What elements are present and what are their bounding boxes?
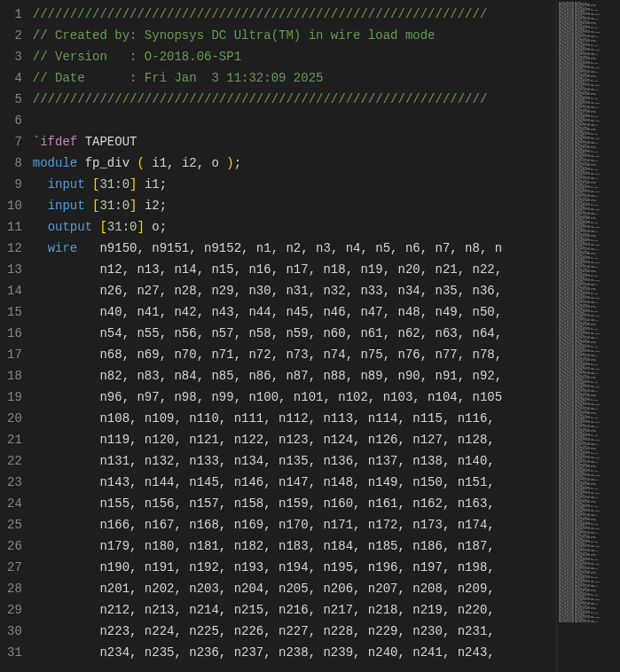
code-line[interactable]: n223, n224, n225, n226, n227, n228, n229… [33, 621, 556, 642]
line-number: 9 [7, 174, 22, 195]
line-number: 1 [7, 4, 22, 25]
minimap[interactable] [556, 0, 620, 672]
line-number: 12 [7, 238, 22, 259]
code-line[interactable]: // Date : Fri Jan 3 11:32:09 2025 [33, 67, 556, 89]
line-number: 11 [7, 216, 22, 238]
line-number: 30 [7, 621, 22, 642]
code-line[interactable]: n143, n144, n145, n146, n147, n148, n149… [33, 472, 556, 493]
code-line[interactable]: n26, n27, n28, n29, n30, n31, n32, n33, … [33, 280, 556, 301]
line-number: 2 [7, 25, 22, 46]
line-number: 14 [7, 280, 22, 301]
code-line[interactable]: n179, n180, n181, n182, n183, n184, n185… [33, 535, 556, 557]
line-number: 22 [7, 450, 22, 472]
code-line[interactable]: // Created by: Synopsys DC Ultra(TM) in … [33, 25, 556, 46]
code-line[interactable]: n155, n156, n157, n158, n159, n160, n161… [33, 493, 556, 514]
line-number-gutter: 1234567891011121314151617181920212223242… [0, 0, 33, 672]
code-line[interactable]: input [31:0] i2; [33, 195, 556, 216]
line-number: 19 [7, 387, 22, 408]
code-editor[interactable]: 1234567891011121314151617181920212223242… [0, 0, 556, 672]
line-number: 17 [7, 344, 22, 365]
line-number: 6 [7, 110, 22, 131]
line-number: 26 [7, 535, 22, 557]
line-number: 4 [7, 67, 22, 89]
code-line[interactable]: n108, n109, n110, n111, n112, n113, n114… [33, 408, 556, 429]
line-number: 23 [7, 472, 22, 493]
code-line[interactable]: n190, n191, n192, n193, n194, n195, n196… [33, 557, 556, 578]
code-line[interactable]: output [31:0] o; [33, 216, 556, 238]
line-number: 31 [7, 642, 22, 663]
code-line[interactable]: n166, n167, n168, n169, n170, n171, n172… [33, 514, 556, 535]
code-line[interactable]: n82, n83, n84, n85, n86, n87, n88, n89, … [33, 365, 556, 387]
code-line[interactable]: n212, n213, n214, n215, n216, n217, n218… [33, 599, 556, 621]
code-line[interactable]: ////////////////////////////////////////… [33, 4, 556, 25]
code-line[interactable]: n201, n202, n203, n204, n205, n206, n207… [33, 578, 556, 599]
line-number: 13 [7, 259, 22, 280]
line-number: 25 [7, 514, 22, 535]
line-number: 28 [7, 578, 22, 599]
code-line[interactable]: input [31:0] i1; [33, 174, 556, 195]
code-line[interactable]: n68, n69, n70, n71, n72, n73, n74, n75, … [33, 344, 556, 365]
code-line[interactable]: n131, n132, n133, n134, n135, n136, n137… [33, 450, 556, 472]
code-line[interactable] [33, 110, 556, 131]
line-number: 15 [7, 301, 22, 323]
line-number: 27 [7, 557, 22, 578]
code-content[interactable]: ////////////////////////////////////////… [33, 0, 556, 672]
code-line[interactable]: n54, n55, n56, n57, n58, n59, n60, n61, … [33, 323, 556, 344]
code-line[interactable]: wire n9150, n9151, n9152, n1, n2, n3, n4… [33, 238, 556, 259]
code-line[interactable]: // Version : O-2018.06-SP1 [33, 46, 556, 67]
line-number: 20 [7, 408, 22, 429]
line-number: 29 [7, 599, 22, 621]
line-number: 18 [7, 365, 22, 387]
code-line[interactable]: n234, n235, n236, n237, n238, n239, n240… [33, 642, 556, 663]
line-number: 7 [7, 131, 22, 152]
code-line[interactable]: n119, n120, n121, n122, n123, n124, n126… [33, 429, 556, 450]
line-number: 21 [7, 429, 22, 450]
line-number: 24 [7, 493, 22, 514]
line-number: 8 [7, 152, 22, 174]
code-line[interactable]: ////////////////////////////////////////… [33, 89, 556, 110]
code-line[interactable]: module fp_div ( i1, i2, o ); [33, 152, 556, 174]
code-line[interactable]: n12, n13, n14, n15, n16, n17, n18, n19, … [33, 259, 556, 280]
line-number: 16 [7, 323, 22, 344]
line-number: 10 [7, 195, 22, 216]
line-number: 5 [7, 89, 22, 110]
line-number: 3 [7, 46, 22, 67]
code-line[interactable]: `ifdef TAPEOUT [33, 131, 556, 152]
code-line[interactable]: n40, n41, n42, n43, n44, n45, n46, n47, … [33, 301, 556, 323]
code-line[interactable]: n96, n97, n98, n99, n100, n101, n102, n1… [33, 387, 556, 408]
